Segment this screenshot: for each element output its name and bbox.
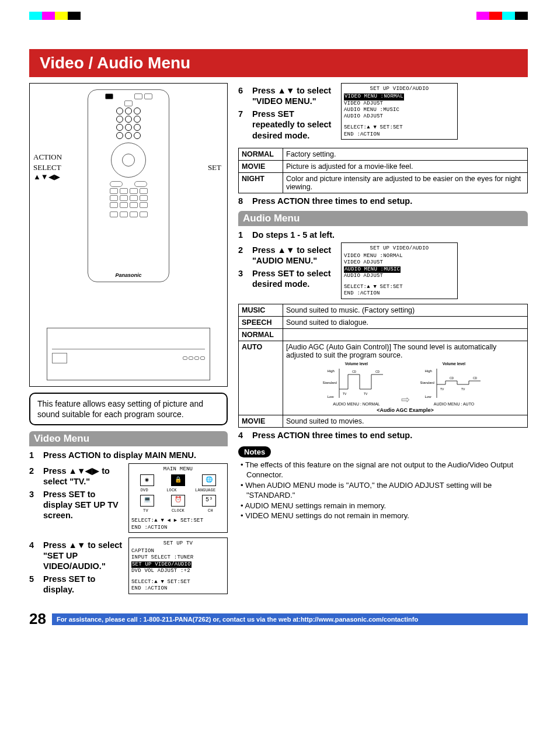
osd-setup-va-audio: SET UP VIDEO/AUDIO VIDEO MENU :NORMAL VI… <box>341 242 458 299</box>
osd-main-menu: MAIN MENU ◉ 🔒 🌐 DVDLOCKLANGUAGE 💻 ⏰ 5³ <box>128 463 228 533</box>
notes-list: The effects of this feature on the signa… <box>238 460 528 521</box>
remote-label-set: SET <box>208 163 221 172</box>
agc-example: Volume level High Standard Low TVCD <box>286 362 524 406</box>
svg-text:TV: TV <box>461 387 465 391</box>
video-menu-header: Video Menu <box>29 431 228 446</box>
step-7: 7Press SET repeatedly to select desired … <box>238 109 337 140</box>
svg-text:CD: CD <box>375 370 380 373</box>
svg-text:CD: CD <box>352 370 357 373</box>
svg-text:CD: CD <box>473 376 478 380</box>
svg-text:TV: TV <box>364 392 368 396</box>
step-6: 6Press ▲▼ to select "VIDEO MENU." <box>238 85 337 106</box>
audio-mode-table: MUSICSound suited to music. (Factory set… <box>238 304 528 428</box>
osd-setup-tv: SET UP TV CAPTION INPUT SELECT :TUNER SE… <box>128 537 228 594</box>
step-2: 2Press ▲▼◀▶ to select "TV." <box>29 466 125 487</box>
page-number: 28 <box>29 610 46 628</box>
step-1: 1Press ACTION to display MAIN MENU. <box>29 450 228 460</box>
osd-icon-lock: 🔒 <box>171 474 185 486</box>
step-4: 4Press ▲▼ to select "SET UP VIDEO/AUDIO.… <box>29 540 125 571</box>
audio-step-2: 2Press ▲▼ to select "AUDIO MENU." <box>238 245 337 266</box>
step-5: 5Press SET to display. <box>29 574 125 595</box>
step-8: 8Press ACTION three times to end setup. <box>238 196 528 206</box>
remote-label-arrows: ▲▼◀▶ <box>33 172 60 182</box>
remote-diagram: ACTION SELECT ▲▼◀▶ SET P <box>29 83 228 387</box>
osd-setup-va-video: SET UP VIDEO/AUDIO VIDEO MENU :NORMAL VI… <box>341 83 458 140</box>
audio-menu-header: Audio Menu <box>238 211 528 226</box>
osd-icon-dvd: ◉ <box>140 474 154 486</box>
step-3: 3Press SET to display SET UP TV screen. <box>29 489 125 521</box>
svg-text:TV: TV <box>440 387 444 391</box>
arrow-right-icon: ⇨ <box>401 393 410 406</box>
page-title: Video / Audio Menu <box>29 49 528 77</box>
osd-icon-language: 🌐 <box>202 474 216 486</box>
registration-color-bars <box>29 12 528 20</box>
remote-outline: Panasonic <box>88 89 169 282</box>
notes-pill: Notes <box>238 446 271 457</box>
assistance-banner: For assistance, please call : 1-800-211-… <box>52 613 528 625</box>
osd-icon-ch: 5³ <box>202 495 216 507</box>
osd-icon-tv: 💻 <box>140 495 154 507</box>
audio-step-3: 3Press SET to select desired mode. <box>238 268 337 289</box>
remote-label-action: ACTION <box>33 152 62 162</box>
deck-outline <box>47 328 210 380</box>
svg-text:TV: TV <box>343 392 347 396</box>
remote-label-select: SELECT <box>33 163 61 172</box>
auto-desc: [Audio AGC (Auto Gain Control)] The soun… <box>286 343 524 359</box>
feature-note: This feature allows easy setting of pict… <box>29 393 228 425</box>
svg-text:CD: CD <box>450 376 454 380</box>
osd-icon-clock: ⏰ <box>171 495 185 507</box>
audio-step-4: 4Press ACTION three times to end setup. <box>238 430 528 441</box>
audio-step-1: 1Do steps 1 - 5 at left. <box>238 230 528 240</box>
remote-brand: Panasonic <box>115 272 141 278</box>
video-mode-table: NORMALFactory setting. MOVIEPicture is a… <box>238 148 528 193</box>
